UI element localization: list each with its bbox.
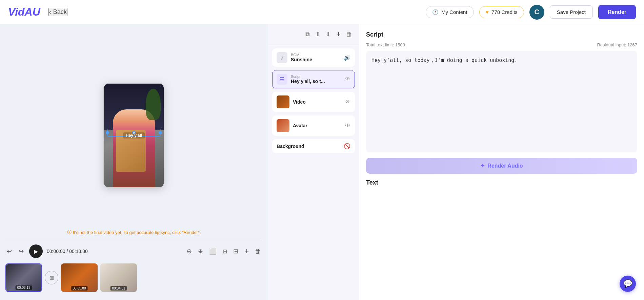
bgm-info: BGM Sunshine [291,53,340,62]
heart-icon: ♥ [486,9,489,15]
background-info: Background [277,144,340,149]
time-sep: / [66,249,69,254]
chat-icon: 💬 [623,279,632,288]
add-clip-button[interactable]: + [243,245,250,257]
frame-button[interactable]: ⬜ [208,246,218,256]
thumbnail-strip: 00:03.19 ⊠ 00:05.80 00:04.31 [5,261,262,295]
thumbnail-2[interactable]: 00:05.80 [61,263,98,292]
video-title-layer: Video [293,99,342,105]
layer-item-script[interactable]: ☰ Script Hey y'all, so t... 👁 [272,70,355,88]
avatar-thumbnail [277,119,289,132]
thumb-1-time: 00:03.19 [16,285,32,290]
credits-label: 778 Credits [491,9,518,15]
layer-toolbar: ⧉ ⬆ ⬇ + 🗑 [268,24,359,44]
move-up-button[interactable]: ⬆ [314,29,322,39]
video-info: Video [293,99,342,105]
video-visibility-toggle[interactable]: 👁 [345,99,350,105]
play-button[interactable]: ▶ [29,244,43,258]
warning-text: It's not the final video yet, To get acc… [73,230,201,235]
bgm-title: Sunshine [291,57,340,62]
left-panel: Hey y'all ⓘ It's not the final video yet… [0,24,268,300]
layer-item-avatar[interactable]: Avatar 👁 [272,115,355,136]
video-thumbnail [277,95,289,108]
render-audio-label: Render Audio [487,163,523,169]
bgm-visibility-toggle[interactable]: 🔊 [344,55,350,61]
sparkle-icon: ✦ [480,163,485,169]
script-panel-title: Script [366,31,637,38]
redo-button[interactable]: ↪ [17,246,25,256]
back-button[interactable]: ‹ Back [48,8,67,16]
avatar-visibility-toggle[interactable]: 👁 [345,123,350,129]
chat-bubble[interactable]: 💬 [620,276,636,292]
middle-panel: ⧉ ⬆ ⬇ + 🗑 ♪ BGM Sunshine 🔊 ☰ Script [268,24,359,300]
script-category: Script [291,74,342,79]
save-project-button[interactable]: Save Project [550,5,593,19]
time-total: 00:13.30 [69,249,88,254]
script-textarea[interactable] [366,51,637,152]
transition-1[interactable]: ⊠ [45,271,58,284]
header: VidAU ‹ Back 🕐 My Content ♥ 778 Credits … [0,0,644,24]
render-label: Render [608,9,626,15]
video-preview-area: Hey y'all ⓘ It's not the final video yet… [5,30,262,241]
avatar-info: Avatar [293,123,342,128]
extend-button[interactable]: ⊟ [232,246,240,256]
script-title-layer: Hey y'all, so t... [291,79,342,84]
split-button[interactable]: ⊞ [221,247,228,256]
back-label: Back [53,8,67,16]
zoom-in-button[interactable]: ⊕ [197,246,204,256]
my-content-label: My Content [441,9,467,15]
bgm-icon: ♪ [277,52,287,63]
current-time: 00:00.00 / 00:13.30 [47,249,88,254]
bgm-category: BGM [291,53,340,57]
avatar-title-layer: Avatar [293,123,342,128]
delete-clip-button[interactable]: 🗑 [254,247,262,256]
add-layer-button[interactable]: + [335,28,342,40]
avatar[interactable]: C [529,5,544,20]
layer-item-bgm[interactable]: ♪ BGM Sunshine 🔊 [272,48,355,67]
main-layout: Hey y'all ⓘ It's not the final video yet… [0,24,644,300]
time-current: 00:00.00 [47,249,65,254]
total-text-limit: Total text limit: 1500 [366,42,405,47]
zoom-out-button[interactable]: ⊖ [185,246,193,256]
script-meta: Total text limit: 1500 Residual input: 1… [366,42,637,47]
delete-layer-button[interactable]: 🗑 [345,29,354,39]
render-button[interactable]: Render [598,5,636,19]
move-down-button[interactable]: ⬇ [324,29,332,39]
text-overlay[interactable]: Hey y'all [123,132,145,138]
background-visibility-toggle[interactable]: 🚫 [344,143,350,149]
layer-item-background[interactable]: Background 🚫 [272,139,355,153]
thumb-3-time: 00:04.31 [110,286,127,291]
clock-icon: 🕐 [432,9,439,15]
script-info: Script Hey y'all, so t... [291,74,342,84]
layer-item-video[interactable]: Video 👁 [272,92,355,112]
logo: VidAU [8,6,40,18]
credits-button[interactable]: ♥ 778 Credits [479,6,524,18]
avatar-letter: C [535,8,539,16]
header-right: 🕐 My Content ♥ 778 Credits C Save Projec… [426,5,636,20]
undo-button[interactable]: ↩ [5,246,13,256]
thumbnail-1[interactable]: 00:03.19 [5,263,42,292]
right-panel: Script Total text limit: 1500 Residual i… [359,24,644,300]
transition-icon: ⊠ [49,275,54,281]
timeline-controls: ↩ ↪ ▶ 00:00.00 / 00:13.30 ⊖ ⊕ ⬜ ⊞ ⊟ + 🗑 [5,241,262,261]
residual-input: Residual input: 1267 [597,42,637,47]
render-audio-button[interactable]: ✦ Render Audio [366,158,637,174]
timeline-icons: ⊖ ⊕ ⬜ ⊞ ⊟ + 🗑 [185,245,262,257]
script-visibility-toggle[interactable]: 👁 [345,76,350,82]
warning-message: ⓘ It's not the final video yet, To get a… [67,229,201,235]
save-project-label: Save Project [557,9,586,15]
text-section-title: Text [366,179,637,186]
background-title-layer: Background [277,144,340,149]
copy-layer-button[interactable]: ⧉ [304,29,311,39]
play-icon: ▶ [34,248,38,255]
layers-list: ♪ BGM Sunshine 🔊 ☰ Script Hey y'all, so … [268,44,359,157]
back-arrow-icon: ‹ [49,8,51,16]
thumbnail-3[interactable]: 00:04.31 [100,263,137,292]
warning-icon: ⓘ [67,229,72,235]
my-content-button[interactable]: 🕐 My Content [426,6,474,18]
header-left: VidAU ‹ Back [8,6,67,18]
phone-frame: Hey y'all [103,83,164,188]
script-icon: ☰ [277,74,287,85]
thumb-2-time: 00:05.80 [71,286,88,291]
